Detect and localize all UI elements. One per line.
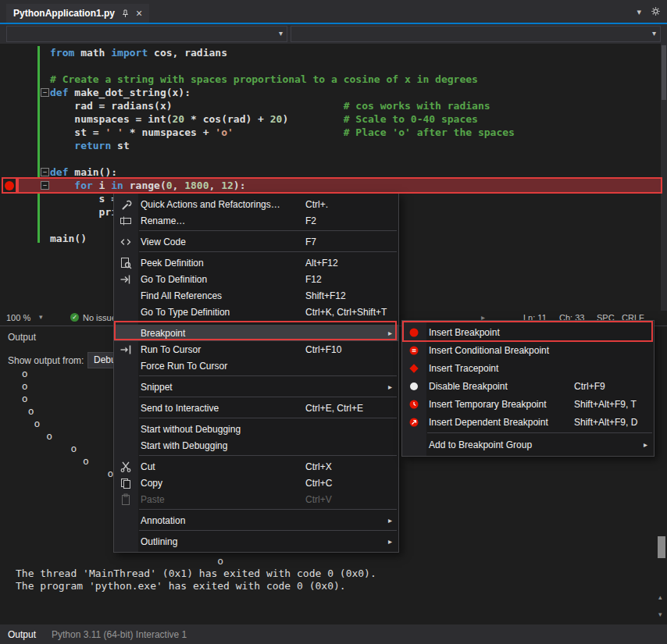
scrollbar-thumb[interactable]	[662, 45, 666, 100]
menu-item-breakpoint[interactable]: Breakpoint▸	[114, 325, 398, 341]
menu-separator	[139, 322, 397, 322]
menu-item-snippet[interactable]: Snippet▸	[114, 379, 398, 395]
tab-output[interactable]: Output	[0, 626, 44, 643]
menu-item-shortcut: F12	[305, 274, 322, 285]
fold-collapse-icon[interactable]: −	[41, 181, 49, 190]
menu-item-paste[interactable]: PasteCtrl+V	[114, 491, 398, 507]
code-token: in	[111, 180, 123, 191]
menu-item-go-to-type-definition[interactable]: Go To Type DefinitionCtrl+K, Ctrl+Shift+…	[114, 304, 398, 320]
menu-separator	[427, 432, 652, 433]
peek-definition-icon	[114, 257, 137, 269]
menu-item-label: Disable Breakpoint	[429, 381, 508, 392]
menu-item-shortcut: F2	[305, 215, 316, 226]
zoom-level[interactable]: 100 %	[6, 313, 30, 322]
menu-separator	[139, 251, 397, 252]
code-token: st =	[50, 126, 105, 138]
code-line[interactable]: return st	[19, 139, 661, 152]
menu-item-force-run-to-cursor[interactable]: Force Run To Cursor	[114, 358, 398, 374]
menu-item-label: Insert Temporary Breakpoint	[429, 399, 547, 410]
fold-collapse-icon[interactable]: −	[41, 168, 49, 176]
menu-item-peek-definition[interactable]: Peek DefinitionAlt+F12	[114, 254, 398, 271]
document-tab-bar: PythonApplication1.py × ▾	[0, 0, 667, 24]
document-list-chevron-icon[interactable]: ▾	[637, 7, 641, 17]
code-line[interactable]	[19, 152, 661, 165]
menu-item-annotation[interactable]: Annotation▸	[114, 512, 398, 528]
submenu-item-insert-temporary-breakpoint[interactable]: Insert Temporary BreakpointShift+Alt+F9,…	[402, 395, 654, 413]
output-line: o	[0, 555, 655, 568]
menu-item-go-to-definition[interactable]: Go To DefinitionF12	[114, 271, 398, 287]
scrollbar-thumb[interactable]	[658, 536, 665, 558]
health-check-icon[interactable]: ✓	[70, 313, 79, 322]
menu-item-shortcut: Ctrl+C	[305, 478, 332, 489]
menu-item-shortcut: Ctrl+X	[305, 461, 332, 472]
tab-bar-controls: ▾	[637, 6, 661, 18]
code-line[interactable]	[19, 59, 661, 73]
menu-item-start-without-debugging[interactable]: Start without Debugging	[114, 421, 398, 437]
menu-item-label: Find All References	[141, 290, 222, 301]
code-line[interactable]: # Create a string with spaces proportion…	[19, 73, 661, 86]
code-token	[288, 113, 343, 125]
menu-item-label: Breakpoint	[141, 328, 185, 339]
submenu-item-insert-breakpoint[interactable]: Insert Breakpoint	[402, 323, 654, 341]
submenu-arrow-icon: ▸	[388, 382, 392, 391]
code-token: ' '	[105, 126, 123, 138]
document-tab[interactable]: PythonApplication1.py ×	[6, 4, 149, 23]
pin-icon[interactable]	[121, 9, 130, 18]
view-code-icon	[114, 236, 137, 248]
menu-item-run-to-cursor[interactable]: Run To CursorCtrl+F10	[114, 341, 398, 358]
menu-item-label: Insert Dependent Breakpoint	[429, 417, 548, 428]
scroll-up-arrow-icon[interactable]: ▴	[658, 593, 662, 601]
chevron-down-icon[interactable]: ▾	[39, 313, 43, 321]
submenu-item-insert-dependent-breakpoint[interactable]: Insert Dependent BreakpointShift+Alt+F9,…	[402, 413, 654, 431]
menu-item-copy[interactable]: CopyCtrl+C	[114, 475, 398, 491]
code-line[interactable]: numspaces = int(20 * cos(rad) + 20) # Sc…	[19, 112, 661, 126]
menu-item-label: Quick Actions and Refactorings…	[141, 199, 280, 210]
code-line[interactable]: −def main():	[19, 165, 661, 179]
output-line: The program 'python.exe' has exited with…	[0, 580, 655, 592]
menu-item-start-with-debugging[interactable]: Start with Debugging	[114, 437, 398, 454]
submenu-item-disable-breakpoint[interactable]: Disable BreakpointCtrl+F9	[402, 377, 654, 395]
menu-item-send-to-interactive[interactable]: Send to InteractiveCtrl+E, Ctrl+E	[114, 400, 398, 416]
menu-item-label: Insert Tracepoint	[429, 363, 498, 374]
code-token: rad = radians(x)	[50, 100, 173, 112]
code-line[interactable]: from math import cos, radians	[19, 46, 661, 59]
menu-item-rename[interactable]: Rename…F2	[114, 212, 398, 229]
code-line[interactable]: st = ' ' * numspaces + 'o' # Place 'o' a…	[19, 126, 661, 139]
menu-separator	[139, 230, 397, 231]
code-line[interactable]: rad = radians(x) # cos works with radian…	[19, 99, 661, 112]
menu-item-cut[interactable]: CutCtrl+X	[114, 458, 398, 475]
code-line[interactable]: −def make_dot_string(x):	[19, 86, 661, 99]
code-token: ):	[234, 180, 246, 191]
code-token: for	[74, 180, 92, 191]
menu-item-label: Rename…	[141, 215, 185, 226]
code-line-breakpoint[interactable]: − for i in range(0, 1800, 12):	[19, 179, 661, 192]
gear-icon[interactable]	[651, 6, 661, 18]
breakpoint-dot-icon[interactable]	[5, 181, 14, 190]
menu-item-label: Send to Interactive	[141, 403, 219, 414]
menu-item-label: Start with Debugging	[141, 440, 227, 451]
member-dropdown[interactable]: ▾	[291, 26, 661, 42]
submenu-item-insert-conditional-breakpoint[interactable]: Insert Conditional Breakpoint	[402, 341, 654, 359]
close-icon[interactable]: ×	[136, 8, 142, 19]
code-token: 20	[173, 113, 185, 125]
code-token: 20	[270, 113, 283, 125]
code-token: return	[74, 140, 111, 151]
tab-python-interactive[interactable]: Python 3.11 (64-bit) Interactive 1	[44, 626, 194, 643]
project-dropdown[interactable]: ▾	[6, 26, 287, 42]
editor-vertical-scrollbar[interactable]	[661, 44, 667, 311]
tracepoint-icon	[402, 362, 426, 375]
code-token: i	[93, 180, 111, 191]
submenu-item-insert-tracepoint[interactable]: Insert Tracepoint	[402, 359, 654, 377]
code-token: 1800	[184, 180, 209, 191]
menu-separator	[139, 455, 397, 456]
visual-studio-window: PythonApplication1.py × ▾ ▾ ▾ from math …	[0, 0, 667, 644]
output-vertical-scrollbar[interactable]: ▴ ▾	[656, 329, 667, 622]
menu-item-quick-actions-and-refactorings[interactable]: Quick Actions and Refactorings…Ctrl+.	[114, 196, 398, 212]
scroll-down-arrow-icon[interactable]: ▾	[658, 610, 662, 618]
menu-item-view-code[interactable]: View CodeF7	[114, 233, 398, 250]
menu-item-find-all-references[interactable]: Find All ReferencesShift+F12	[114, 287, 398, 304]
fold-collapse-icon[interactable]: −	[41, 88, 49, 97]
menu-item-outlining[interactable]: Outlining▸	[114, 533, 398, 550]
chevron-down-icon: ▾	[279, 29, 283, 37]
submenu-item-add-to-breakpoint-group[interactable]: Add to Breakpoint Group▸	[402, 436, 654, 454]
